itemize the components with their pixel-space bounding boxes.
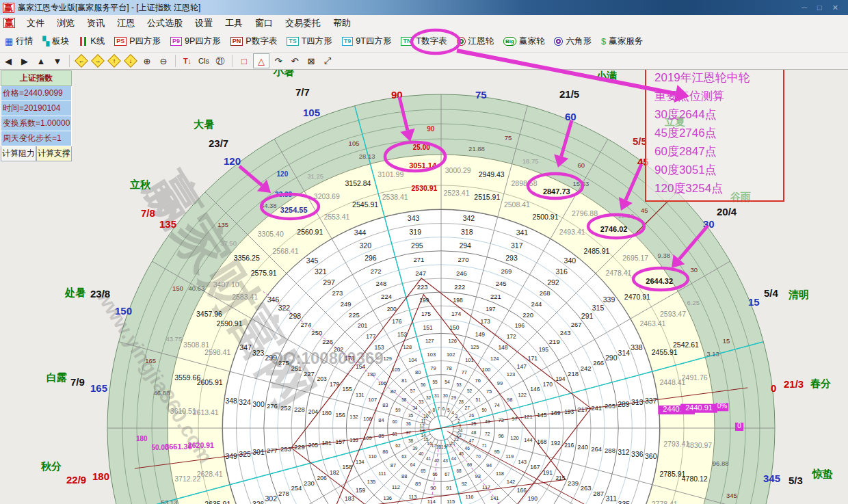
svg-text:115: 115 — [447, 499, 455, 504]
menu-item-0[interactable]: 文件 — [21, 16, 51, 31]
pan-left-icon[interactable]: ← — [74, 54, 89, 68]
nav-down-icon[interactable]: ▼ — [50, 54, 65, 68]
svg-text:276: 276 — [267, 402, 278, 410]
symbol-title: 上证指数 — [1, 70, 72, 86]
fit-icon[interactable]: ⤢ — [320, 54, 335, 68]
svg-text:196: 196 — [515, 322, 525, 329]
toolbar-button-板块[interactable]: ▚板块 — [38, 34, 74, 49]
pan-down-icon[interactable]: ↓ — [123, 54, 138, 68]
toolbar-button-赢家服务[interactable]: $赢家服务 — [596, 34, 648, 49]
svg-text:31.25: 31.25 — [307, 172, 323, 180]
pan-right-icon[interactable]: → — [90, 54, 105, 68]
svg-text:惊蛰: 惊蛰 — [812, 468, 833, 479]
svg-text:335: 335 — [618, 500, 631, 504]
svg-text:154: 154 — [356, 363, 365, 370]
square-tool-icon[interactable]: □ — [237, 54, 252, 68]
svg-text:2635.91: 2635.91 — [204, 500, 230, 504]
toolbar-button-9T四方形[interactable]: T99T四方形 — [337, 34, 397, 49]
menu-item-6[interactable]: 工具 — [219, 16, 249, 31]
svg-text:46: 46 — [465, 446, 471, 451]
svg-text:2613.41: 2613.41 — [193, 408, 219, 416]
menu-item-3[interactable]: 江恩 — [111, 16, 141, 31]
svg-text:319: 319 — [409, 228, 421, 236]
svg-text:9.38: 9.38 — [658, 252, 671, 259]
svg-text:228: 228 — [294, 406, 305, 413]
calc-resistance-button[interactable]: 计算阻力 — [1, 146, 36, 161]
annotation-line-3: 45度2746点 — [654, 124, 783, 142]
calc-support-button[interactable]: 计算支撑 — [36, 146, 72, 161]
svg-text:76: 76 — [475, 377, 481, 384]
calendar-icon[interactable]: ㉑ — [213, 54, 228, 68]
svg-text:273: 273 — [332, 289, 343, 297]
svg-text:55: 55 — [432, 380, 438, 384]
menu-item-9[interactable]: 帮助 — [327, 16, 357, 31]
svg-text:95: 95 — [494, 449, 499, 455]
svg-text:5/4: 5/4 — [764, 287, 779, 299]
svg-text:41: 41 — [426, 456, 432, 461]
menu-item-8[interactable]: 交易委托 — [279, 16, 327, 31]
cls-button[interactable]: Cls — [196, 54, 211, 68]
toolbar-button-P数字表[interactable]: PNP数字表 — [226, 34, 282, 49]
svg-text:275: 275 — [278, 359, 289, 367]
menu-item-1[interactable]: 浏览 — [51, 16, 81, 31]
toolbar-button-六角形[interactable]: 六角形 — [549, 34, 596, 49]
svg-text:224: 224 — [381, 293, 392, 300]
svg-text:46.88: 46.88 — [153, 389, 170, 397]
t9-icon: T9 — [342, 37, 354, 46]
toolbar-button-江恩轮[interactable]: 江恩轮 — [452, 34, 499, 49]
toolbar-button-K线[interactable]: K线 — [74, 34, 109, 49]
svg-text:70: 70 — [476, 454, 481, 459]
toolbar-button-T四方形[interactable]: TST四方形 — [282, 34, 337, 49]
toolbar-button-9P四方形[interactable]: P99P四方形 — [165, 34, 226, 49]
svg-text:2530.91: 2530.91 — [411, 184, 437, 192]
svg-text:312: 312 — [618, 448, 630, 456]
svg-text:80: 80 — [415, 369, 421, 375]
rotate-ccw-icon[interactable]: ↶ — [287, 54, 302, 68]
svg-text:251: 251 — [291, 364, 302, 372]
tn-icon: TN — [401, 37, 413, 46]
svg-text:40: 40 — [419, 451, 424, 456]
svg-text:3254.55: 3254.55 — [280, 206, 308, 214]
menu-item-2[interactable]: 资讯 — [81, 16, 111, 31]
svg-text:45: 45 — [459, 451, 464, 456]
svg-text:2515.91: 2515.91 — [474, 193, 500, 201]
nav-up-icon[interactable]: ▲ — [34, 54, 49, 68]
sort-icon[interactable]: T↓ — [180, 54, 195, 68]
triangle-tool-icon[interactable]: △ — [253, 53, 269, 68]
nav-right-icon[interactable]: ▶ — [17, 54, 32, 68]
toolbar-button-P四方形[interactable]: PSP四方形 — [109, 34, 165, 49]
svg-text:123: 123 — [507, 371, 516, 377]
svg-text:156: 156 — [336, 412, 345, 419]
ts-icon: TS — [287, 37, 299, 46]
svg-text:174: 174 — [451, 310, 461, 317]
svg-text:79: 79 — [430, 365, 436, 371]
svg-text:131: 131 — [356, 392, 365, 398]
svg-text:56: 56 — [421, 382, 426, 387]
toolbar-button-赢家轮[interactable]: Big赢家轮 — [499, 34, 549, 49]
window-controls[interactable]: ─ □ ✕ — [801, 3, 843, 12]
svg-text:311: 311 — [605, 494, 617, 503]
svg-text:106: 106 — [378, 380, 387, 386]
svg-text:289: 289 — [618, 400, 630, 408]
nav-left-icon[interactable]: ◀ — [1, 54, 16, 68]
svg-text:23/7: 23/7 — [209, 137, 228, 149]
toolbar-button-行情[interactable]: ▦行情 — [0, 34, 38, 49]
menu-item-5[interactable]: 设置 — [189, 16, 219, 31]
pan-up-icon[interactable]: ↑ — [107, 54, 122, 68]
svg-text:33.33: 33.33 — [275, 191, 292, 198]
toolbar-button-T数字表[interactable]: TNT数字表 — [396, 34, 451, 49]
zoom-out-icon[interactable]: ⊖ — [156, 54, 171, 68]
svg-text:316: 316 — [555, 267, 568, 276]
svg-text:248: 248 — [375, 280, 386, 287]
box-x-icon[interactable]: ⊠ — [304, 54, 319, 68]
zoom-in-icon[interactable]: ⊕ — [140, 54, 155, 68]
menu-item-7[interactable]: 窗口 — [249, 16, 279, 31]
rotate-cw-icon[interactable]: ↷ — [271, 54, 286, 68]
svg-text:323: 323 — [252, 349, 265, 357]
svg-text:18.75: 18.75 — [522, 157, 539, 165]
svg-text:246: 246 — [456, 269, 467, 277]
menu-item-4[interactable]: 公式选股 — [141, 16, 189, 31]
svg-text:26: 26 — [469, 413, 475, 418]
svg-text:206: 206 — [317, 475, 326, 481]
svg-text:183: 183 — [345, 495, 354, 502]
